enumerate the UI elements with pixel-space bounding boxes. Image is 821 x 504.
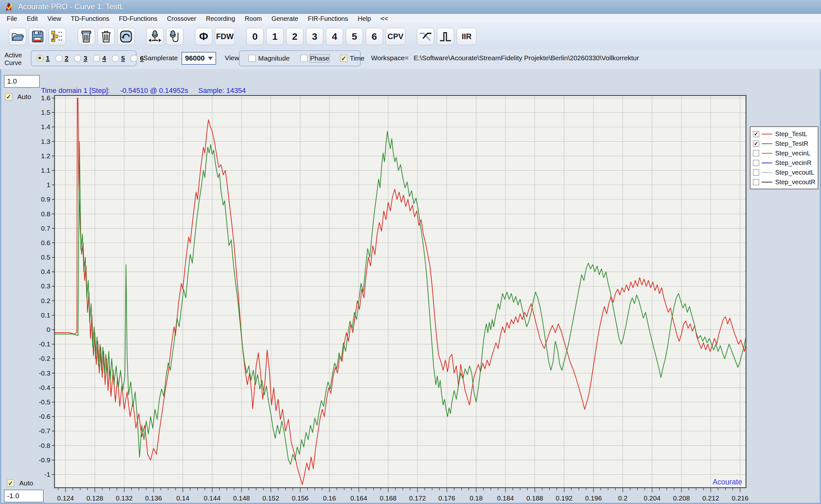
radio-icon[interactable] [37,55,44,62]
legend-label: Step_vecoutL [775,169,814,176]
toolbar-group [9,28,69,45]
undo-box-icon[interactable] [117,28,135,45]
active-curve-option-4[interactable]: 4 [93,54,106,62]
x-tick-label: 0.18 [469,494,483,502]
curve-3-button[interactable]: 3 [306,28,323,45]
legend-item-step_vecoutl[interactable]: Step_vecoutL [753,168,818,177]
curve-6-button[interactable]: 6 [366,28,383,45]
menu-bar: FileEditViewTD-FunctionsFD-FunctionsCros… [0,14,821,23]
iir-button[interactable]: IIR [457,28,477,45]
active-curve-option-3[interactable]: 3 [74,54,87,62]
auto-top-checkbox[interactable]: ✓ [5,93,12,100]
curve-4-button[interactable]: 4 [326,28,343,45]
radio-label: 3 [83,54,87,62]
open-folder-icon[interactable] [9,28,26,45]
y-tick-label: 1 [46,181,50,188]
plot-background [54,95,746,488]
y-tick-label: -0.8 [39,442,50,449]
time-domain-chart[interactable]: 1.61.51.41.31.21.110.90.80.70.60.50.40.3… [32,95,751,502]
checkbox-icon[interactable] [249,55,256,62]
x-tick-label: 0.156 [292,494,309,502]
toolbar-group [78,28,137,45]
step-pulse-icon[interactable] [437,28,454,45]
x-tick-label: 0.136 [145,494,162,502]
legend-checkbox[interactable] [753,179,759,185]
legend-checkbox[interactable]: ✓ [753,141,759,147]
menu-item-td-functions[interactable]: TD-Functions [66,14,114,23]
menu-item-edit[interactable]: Edit [22,14,42,23]
delete-trash-icon[interactable] [97,28,115,45]
radio-icon[interactable] [130,55,137,62]
phi-button[interactable]: Φ [195,28,212,45]
legend-item-step_testr[interactable]: ✓Step_TestR [753,139,818,148]
active-curve-option-1[interactable]: 1 [37,54,50,62]
save-icon[interactable] [29,28,46,45]
active-curve-option-5[interactable]: 5 [112,54,125,62]
legend-item-step_vecoutr[interactable]: Step_vecoutR [753,177,818,187]
legend-label: Step_vecinL [775,150,810,157]
auto-bottom-checkbox[interactable]: ✓ [7,480,14,487]
radio-icon[interactable] [74,55,81,62]
legend-item-step_vecinl[interactable]: Step_vecinL [753,148,818,158]
checkbox-icon[interactable] [301,55,308,62]
auto-top-checkbox-row[interactable]: ✓ Auto [5,93,31,101]
curve-5-button[interactable]: 5 [346,28,363,45]
active-curve-option-6[interactable]: 6 [130,54,144,62]
legend-item-step_testl[interactable]: ✓Step_TestL [753,129,818,139]
view-option-magnitude[interactable]: Magnitude [249,54,290,62]
ymax-input[interactable]: 1.0 [4,75,40,88]
menu-item-generate[interactable]: Generate [267,14,303,23]
curve-1-button[interactable]: 1 [266,28,284,45]
legend-line-swatch [762,153,772,154]
x-tick-label: 0.132 [116,494,133,502]
y-tick-label: 1.3 [41,138,50,145]
crossover-slope-icon[interactable] [417,28,434,45]
menu-item-fd-functions[interactable]: FD-Functions [114,14,162,23]
x-tick-label: 0.216 [732,494,749,502]
legend-label: Step_vecinR [775,159,811,167]
fdw-button[interactable]: FDW [215,28,235,45]
copy-trash-icon[interactable] [78,28,95,45]
view-option-time[interactable]: ✓Time [340,54,365,62]
chart-area[interactable]: 1.61.51.41.31.21.110.90.80.70.60.50.40.3… [32,95,751,502]
x-tick-label: 0.2 [618,494,627,502]
x-tick-label: 0.148 [233,494,250,502]
x-tick-label: 0.184 [497,494,514,502]
radio-icon[interactable] [93,55,100,62]
curve-0-button[interactable]: 0 [246,28,264,45]
y-tick-label: -1 [44,471,50,478]
cpv-button[interactable]: CPV [386,28,405,45]
x-tick-label: 0.208 [673,494,690,502]
legend-checkbox[interactable] [753,169,759,176]
y-tick-label: 0.7 [41,225,50,232]
legend-checkbox[interactable] [753,150,759,156]
legend-line-swatch [762,162,772,163]
samplerate-select[interactable]: 96000 [181,52,216,65]
menu-item-help[interactable]: Help [353,14,376,23]
workspace-path: E:\Software\Acourate\StreamFidelity Proj… [414,54,639,62]
active-curve-label: Active Curve [4,51,22,67]
menu-item-view[interactable]: View [43,14,66,23]
legend-checkbox[interactable] [753,160,759,166]
legend-item-step_vecinr[interactable]: Step_vecinR [753,158,818,168]
mic-move-icon[interactable] [146,28,163,45]
menu-item--[interactable]: << [376,14,393,23]
menu-item-room[interactable]: Room [240,14,267,23]
curve-tree-icon[interactable] [49,28,66,45]
active-curve-option-2[interactable]: 2 [55,54,69,62]
checkbox-icon[interactable]: ✓ [340,55,347,62]
mic-cable-icon[interactable] [166,28,183,45]
view-option-phase[interactable]: Phase [301,54,329,62]
plot-readout: -0.54510 @ 0.14952s [120,87,188,95]
curve-2-button[interactable]: 2 [286,28,303,45]
menu-item-fir-functions[interactable]: FIR-Functions [303,14,353,23]
y-tick-label: -0.9 [39,456,50,464]
y-tick-label: 0.6 [41,239,50,246]
radio-icon[interactable] [112,55,119,62]
menu-item-crossover[interactable]: Crossover [162,14,201,23]
menu-item-recording[interactable]: Recording [201,14,240,23]
radio-icon[interactable] [55,55,62,62]
legend-checkbox[interactable]: ✓ [753,131,759,137]
menu-item-file[interactable]: File [2,14,22,23]
auto-bottom-checkbox-row[interactable]: ✓ Auto [7,479,33,487]
